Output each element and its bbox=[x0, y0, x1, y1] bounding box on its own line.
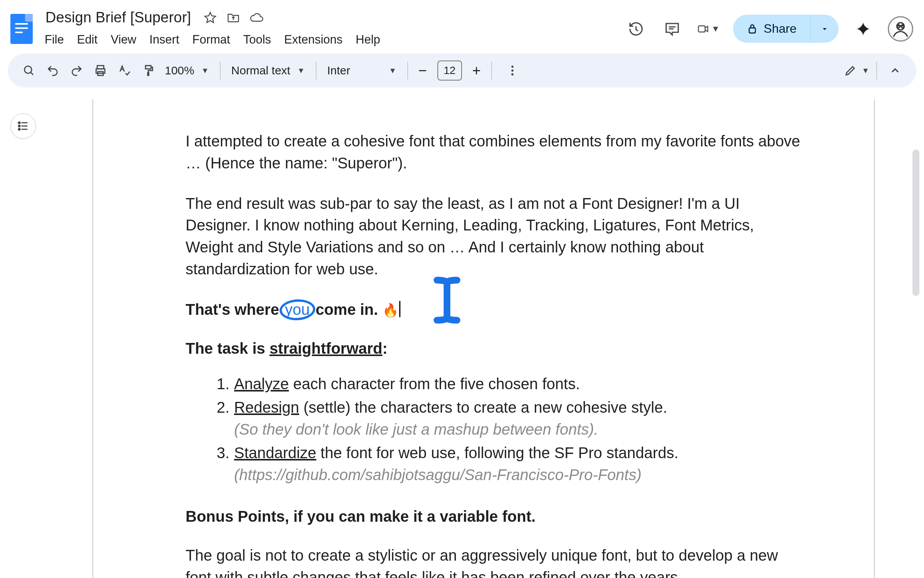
svg-point-10 bbox=[511, 66, 514, 68]
font-family-select[interactable]: Inter ▼ bbox=[323, 64, 400, 77]
bonus-line[interactable]: Bonus Points, if you can make it a varia… bbox=[186, 506, 801, 528]
app-icon[interactable] bbox=[8, 5, 35, 44]
menu-help[interactable]: Help bbox=[356, 33, 380, 47]
document-page[interactable]: I attempted to create a cohesive font th… bbox=[92, 99, 875, 578]
caret-down-icon: ▼ bbox=[389, 66, 397, 75]
underlined-word: straightforward bbox=[270, 340, 382, 357]
step-rest: (settle) the characters to create a new … bbox=[299, 399, 667, 416]
text: That's where bbox=[186, 301, 283, 318]
menu-format[interactable]: Format bbox=[192, 33, 230, 47]
document-title[interactable]: Design Brief [Superor] bbox=[42, 8, 194, 27]
paint-format-icon[interactable] bbox=[137, 59, 159, 82]
editing-mode-select[interactable]: ▼ bbox=[844, 64, 869, 77]
step-rest: each character from the five chosen font… bbox=[289, 375, 580, 392]
fire-emoji: 🔥 bbox=[382, 303, 398, 318]
emphasis-line[interactable]: That's where you come in. 🔥 bbox=[186, 299, 801, 321]
task-steps-list[interactable]: Analyze each character from the five cho… bbox=[186, 373, 801, 486]
text: come in. bbox=[311, 301, 383, 318]
menu-edit[interactable]: Edit bbox=[77, 33, 97, 47]
collapse-toolbar-icon[interactable] bbox=[884, 59, 906, 82]
menu-insert[interactable]: Insert bbox=[149, 33, 179, 47]
gemini-icon[interactable] bbox=[852, 17, 875, 40]
caret-down-icon: ▼ bbox=[297, 66, 305, 75]
spellcheck-icon[interactable] bbox=[113, 59, 136, 82]
step-action: Analyze bbox=[234, 375, 289, 392]
step-note: (https://github.com/sahibjotsaggu/San-Fr… bbox=[234, 464, 801, 486]
share-button-group: Share bbox=[733, 15, 839, 43]
page-scroll[interactable]: I attempted to create a cohesive font th… bbox=[46, 99, 924, 578]
outline-toggle[interactable] bbox=[10, 113, 36, 139]
svg-point-14 bbox=[18, 125, 20, 127]
separator bbox=[316, 62, 316, 79]
left-rail bbox=[0, 99, 46, 578]
step-action: Standardize bbox=[234, 444, 316, 461]
undo-icon[interactable] bbox=[42, 59, 64, 82]
font-family-value: Inter bbox=[327, 64, 350, 77]
redo-icon[interactable] bbox=[65, 59, 88, 82]
text-caret bbox=[399, 301, 400, 317]
share-button[interactable]: Share bbox=[733, 15, 810, 43]
step-note: (So they don't look like just a mashup b… bbox=[234, 418, 801, 440]
menu-file[interactable]: File bbox=[45, 33, 64, 47]
zoom-select[interactable]: 100% ▼ bbox=[161, 64, 213, 77]
list-item[interactable]: Analyze each character from the five cho… bbox=[213, 373, 801, 395]
svg-rect-1 bbox=[749, 28, 755, 33]
font-size-decrease[interactable]: − bbox=[415, 62, 430, 79]
paragraph-style-select[interactable]: Normal text ▼ bbox=[228, 64, 309, 77]
menu-view[interactable]: View bbox=[110, 33, 136, 47]
text-cursor-icon bbox=[430, 275, 464, 331]
list-item[interactable]: Standardize the font for web use, follow… bbox=[213, 442, 801, 486]
svg-rect-0 bbox=[698, 25, 705, 32]
menu-bar: File Edit View Insert Format Tools Exten… bbox=[42, 30, 618, 51]
font-size-control: − 12 + bbox=[415, 60, 484, 81]
svg-point-5 bbox=[25, 66, 32, 73]
list-item[interactable]: Redesign (settle) the characters to crea… bbox=[213, 397, 801, 440]
body-paragraph[interactable]: The goal is not to create a stylistic or… bbox=[186, 544, 801, 578]
text: : bbox=[382, 340, 387, 357]
step-action: Redesign bbox=[234, 399, 299, 416]
share-label: Share bbox=[764, 22, 797, 36]
svg-point-13 bbox=[18, 122, 20, 123]
svg-point-11 bbox=[511, 69, 514, 72]
separator bbox=[407, 62, 408, 79]
menu-extensions[interactable]: Extensions bbox=[284, 33, 343, 47]
caret-down-icon: ▼ bbox=[862, 66, 869, 75]
body-paragraph[interactable]: I attempted to create a cohesive font th… bbox=[186, 130, 801, 174]
caret-down-icon[interactable]: ▼ bbox=[711, 24, 720, 34]
font-size-increase[interactable]: + bbox=[469, 62, 484, 79]
zoom-value: 100% bbox=[165, 64, 194, 77]
body-paragraph[interactable]: The end result was sub-par to say the le… bbox=[186, 193, 801, 280]
step-rest: the font for web use, following the SF P… bbox=[316, 444, 678, 461]
circled-word: you bbox=[283, 301, 311, 318]
caret-down-icon: ▼ bbox=[201, 66, 209, 75]
meet-button[interactable]: ▼ bbox=[697, 17, 720, 40]
move-icon[interactable] bbox=[226, 11, 240, 25]
separator bbox=[220, 62, 221, 79]
more-tools-icon[interactable] bbox=[501, 59, 524, 82]
font-size-input[interactable]: 12 bbox=[437, 60, 462, 81]
svg-point-15 bbox=[18, 128, 20, 130]
history-icon[interactable] bbox=[624, 17, 648, 40]
print-icon[interactable] bbox=[89, 59, 112, 82]
vertical-scrollbar[interactable] bbox=[912, 150, 919, 296]
search-icon[interactable] bbox=[18, 59, 40, 82]
paragraph-style-value: Normal text bbox=[231, 64, 290, 77]
account-avatar[interactable] bbox=[888, 16, 913, 42]
title-bar: Design Brief [Superor] File Edit View In… bbox=[0, 0, 924, 51]
toolbar: 100% ▼ Normal text ▼ Inter ▼ − 12 + ▼ bbox=[8, 54, 916, 87]
share-dropdown[interactable] bbox=[810, 15, 839, 43]
task-heading[interactable]: The task is straightforward: bbox=[186, 338, 801, 360]
cloud-status-icon[interactable] bbox=[249, 11, 263, 25]
star-icon[interactable] bbox=[203, 11, 217, 25]
separator bbox=[876, 62, 877, 79]
text: The task is bbox=[186, 340, 270, 357]
menu-tools[interactable]: Tools bbox=[243, 33, 271, 47]
svg-point-12 bbox=[511, 73, 514, 76]
workspace: I attempted to create a cohesive font th… bbox=[0, 99, 924, 578]
svg-rect-9 bbox=[148, 73, 149, 76]
separator bbox=[491, 62, 492, 79]
comments-icon[interactable] bbox=[661, 17, 684, 40]
